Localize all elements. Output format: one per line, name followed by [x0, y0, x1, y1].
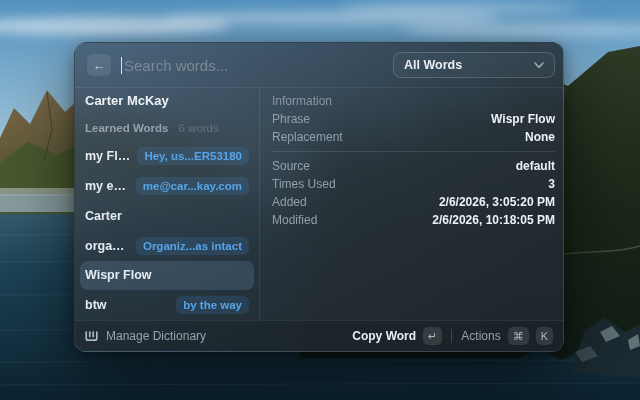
- detail-label: Modified: [272, 213, 317, 227]
- detail-label: Replacement: [272, 130, 343, 144]
- detail-value: 2/6/2026, 3:05:20 PM: [439, 195, 555, 209]
- item-label: my email a...: [85, 179, 130, 193]
- detail-row-source: Source default: [272, 157, 555, 175]
- item-label: organize th...: [85, 239, 130, 253]
- item-replacement-badge: me@car...kay.com: [136, 177, 249, 195]
- list-item[interactable]: Carter: [80, 201, 254, 231]
- back-arrow-icon: ←: [93, 59, 106, 72]
- list-item[interactable]: my Flow ref... Hey, us...ER53180: [80, 142, 254, 172]
- list-item[interactable]: organize th... Organiz...as intact: [80, 231, 254, 261]
- filter-value: All Words: [404, 58, 462, 72]
- item-replacement-badge: Hey, us...ER53180: [137, 147, 249, 165]
- list-item[interactable]: btw by the way: [80, 290, 254, 320]
- detail-row-times-used: Times Used 3: [272, 175, 555, 193]
- list-item[interactable]: my email a... me@car...kay.com: [80, 171, 254, 201]
- detail-row-phrase: Phrase Wispr Flow: [272, 110, 555, 128]
- item-replacement-badge: Organiz...as intact: [136, 237, 249, 255]
- back-button[interactable]: ←: [87, 54, 111, 76]
- detail-value: None: [525, 130, 555, 144]
- detail-value: Wispr Flow: [491, 112, 555, 126]
- detail-value: 3: [548, 177, 555, 191]
- return-key-icon: ↵: [423, 327, 442, 345]
- item-label: btw: [85, 298, 107, 312]
- k-key-icon: K: [536, 327, 553, 345]
- desktop: ← All Words Carter McKay Learned Words 6…: [0, 0, 640, 400]
- item-label: my Flow ref...: [85, 149, 131, 163]
- list-item-selected[interactable]: Wispr Flow: [80, 261, 254, 291]
- section-label: Learned Words: [85, 122, 169, 134]
- item-replacement-badge: by the way: [176, 296, 249, 314]
- copy-word-button[interactable]: Copy Word: [352, 329, 416, 343]
- manage-dictionary-label: Manage Dictionary: [106, 329, 206, 343]
- detail-row-modified: Modified 2/6/2026, 10:18:05 PM: [272, 211, 555, 229]
- wispr-logo-icon: [85, 331, 98, 342]
- search-input[interactable]: [122, 57, 393, 74]
- search-bar: ← All Words: [75, 43, 563, 88]
- learned-words-section-header: Learned Words 6 words: [80, 114, 254, 142]
- footer-actions: Copy Word ↵ Actions ⌘ K: [352, 327, 553, 345]
- information-panel: Information Phrase Wispr Flow Replacemen…: [260, 88, 563, 320]
- item-label: Wispr Flow: [85, 268, 152, 282]
- section-count: 6 words: [179, 122, 219, 134]
- detail-row-replacement: Replacement None: [272, 128, 555, 146]
- actions-button[interactable]: Actions: [461, 329, 500, 343]
- information-title: Information: [272, 92, 555, 110]
- word-filter-dropdown[interactable]: All Words: [393, 52, 555, 78]
- detail-value: 2/6/2026, 10:18:05 PM: [432, 213, 555, 227]
- manage-dictionary-button[interactable]: Manage Dictionary: [85, 329, 344, 343]
- word-list-panel: Carter McKay Learned Words 6 words my Fl…: [75, 88, 260, 320]
- detail-label: Added: [272, 195, 307, 209]
- detail-value: default: [516, 159, 555, 173]
- footer-divider: [451, 329, 452, 343]
- main-content: Carter McKay Learned Words 6 words my Fl…: [75, 88, 563, 320]
- user-name: Carter McKay: [80, 88, 254, 114]
- item-label: Carter: [85, 209, 122, 223]
- detail-label: Source: [272, 159, 310, 173]
- detail-label: Phrase: [272, 112, 310, 126]
- detail-label: Times Used: [272, 177, 336, 191]
- detail-row-added: Added 2/6/2026, 3:05:20 PM: [272, 193, 555, 211]
- footer-bar: Manage Dictionary Copy Word ↵ Actions ⌘ …: [75, 320, 563, 351]
- command-key-icon: ⌘: [508, 327, 529, 345]
- chevron-down-icon: [534, 62, 544, 69]
- wispr-dictionary-window: ← All Words Carter McKay Learned Words 6…: [74, 42, 564, 352]
- section-divider: [272, 151, 555, 152]
